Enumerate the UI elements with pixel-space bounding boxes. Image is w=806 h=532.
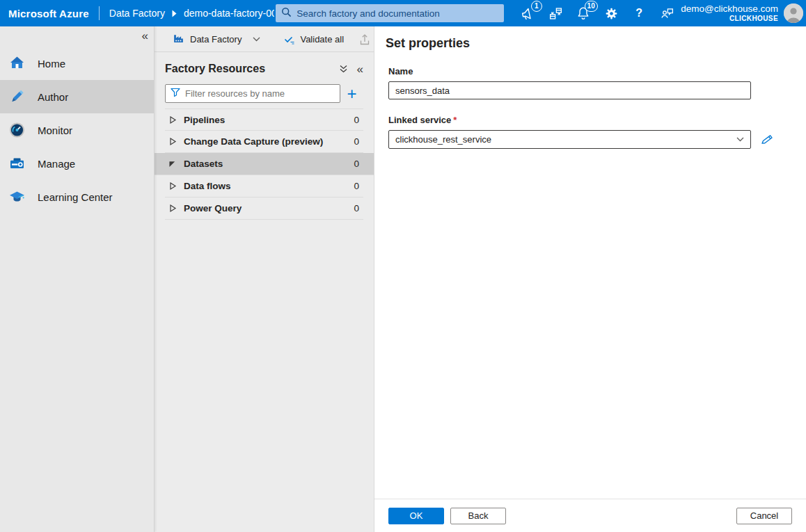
- filter-input[interactable]: [185, 88, 335, 99]
- linked-service-label: Linked service*: [388, 115, 806, 125]
- linked-service-dropdown[interactable]: clickhouse_rest_service: [388, 130, 751, 149]
- tree-item-data-flows[interactable]: Data flows 0: [165, 175, 363, 198]
- gauge-icon: [8, 122, 26, 138]
- notifications-button[interactable]: 10: [574, 4, 593, 23]
- sidebar-item-author[interactable]: Author: [0, 80, 154, 113]
- toolbox-icon: [8, 155, 26, 172]
- tree-item-power-query[interactable]: Power Query 0: [165, 198, 363, 220]
- page-title: Set properties: [386, 36, 806, 51]
- search-input[interactable]: [297, 8, 498, 19]
- azure-brand[interactable]: Microsoft Azure: [8, 8, 89, 19]
- item-count: 0: [354, 181, 359, 191]
- feedback-button[interactable]: [658, 4, 677, 23]
- topbar-divider: [99, 6, 100, 20]
- help-button[interactable]: ?: [630, 4, 649, 23]
- chevron-down-icon: [736, 137, 744, 142]
- filter-resources[interactable]: [165, 84, 340, 103]
- add-resource-button[interactable]: +: [340, 86, 363, 102]
- factory-menu[interactable]: Data Factory: [190, 34, 242, 45]
- notifications-badge: 10: [585, 1, 598, 12]
- panel-title: Factory Resources: [165, 63, 265, 75]
- tree-item-pipelines[interactable]: Pipelines 0: [165, 108, 363, 131]
- dialog-footer: OK Back Cancel: [374, 499, 806, 532]
- whats-new-button[interactable]: 1: [519, 4, 537, 23]
- item-count: 0: [354, 115, 359, 125]
- whats-new-badge: 1: [531, 1, 542, 12]
- account-info[interactable]: demo@clickhouse.com CLICKHOUSE: [681, 3, 778, 23]
- breadcrumb-chevron-icon: [171, 10, 177, 17]
- graduation-cap-icon: [8, 188, 26, 205]
- top-bar: Microsoft Azure Data Factory demo-data-f…: [0, 0, 806, 26]
- sidebar-item-label: Learning Center: [38, 191, 113, 203]
- topbar-actions: 1 10: [514, 4, 681, 23]
- settings-button[interactable]: [602, 4, 621, 23]
- edit-linked-service-icon[interactable]: [761, 133, 774, 146]
- sidebar-item-manage[interactable]: Manage: [0, 147, 154, 180]
- account-email: demo@clickhouse.com: [681, 3, 778, 15]
- resource-tree: Pipelines 0 Change Data Capture (preview…: [155, 108, 374, 220]
- filter-funnel-icon: [171, 88, 180, 100]
- account-tenant: CLICKHOUSE: [681, 15, 778, 23]
- breadcrumb-instance[interactable]: demo-data-factory-00: [184, 8, 274, 19]
- chevron-down-icon[interactable]: [253, 37, 260, 42]
- collapse-panel-icon[interactable]: «: [357, 63, 363, 75]
- sidebar-item-learning-center[interactable]: Learning Center: [0, 180, 154, 213]
- chevron-right-icon[interactable]: [168, 181, 184, 191]
- publish-icon[interactable]: [359, 33, 370, 45]
- avatar[interactable]: [784, 3, 803, 23]
- chevron-right-icon[interactable]: [168, 115, 184, 125]
- pencil-icon: [8, 88, 26, 105]
- home-icon: [8, 55, 26, 72]
- required-marker: *: [453, 115, 457, 125]
- cancel-button[interactable]: Cancel: [736, 508, 792, 524]
- chevron-right-icon[interactable]: [168, 203, 184, 213]
- name-field[interactable]: [388, 81, 751, 99]
- sidebar-item-label: Monitor: [38, 124, 72, 136]
- global-search[interactable]: [276, 4, 504, 22]
- chevron-expanded-icon[interactable]: [168, 159, 184, 168]
- sidebar-item-label: Author: [38, 91, 68, 103]
- tree-item-change-data-capture[interactable]: Change Data Capture (preview) 0: [165, 131, 363, 153]
- factory-icon: [173, 32, 184, 46]
- breadcrumb-app[interactable]: Data Factory: [109, 8, 165, 19]
- resource-explorer: Data Factory Validate all Factory Resour…: [155, 26, 374, 532]
- item-count: 0: [354, 203, 359, 213]
- collapse-all-icon[interactable]: [339, 65, 348, 74]
- sidebar-item-label: Manage: [38, 158, 75, 170]
- validate-all-button[interactable]: Validate all: [284, 34, 344, 45]
- item-count: 0: [354, 136, 359, 147]
- switch-window-button[interactable]: [546, 4, 565, 23]
- back-button[interactable]: Back: [450, 508, 506, 524]
- search-icon: [281, 7, 292, 20]
- collapse-sidebar-icon[interactable]: «: [142, 29, 148, 43]
- ok-button[interactable]: OK: [388, 508, 444, 524]
- linked-service-value: clickhouse_rest_service: [395, 134, 491, 145]
- left-nav: « Home: [0, 26, 155, 532]
- name-label: Name: [388, 66, 806, 76]
- tree-item-datasets[interactable]: Datasets 0: [155, 153, 374, 175]
- panel-toolbar: Data Factory Validate all: [155, 26, 374, 52]
- sidebar-item-monitor[interactable]: Monitor: [0, 113, 154, 147]
- chevron-right-icon[interactable]: [168, 136, 184, 147]
- sidebar-item-label: Home: [38, 58, 65, 70]
- sidebar-item-home[interactable]: Home: [0, 47, 154, 80]
- set-properties-panel: Set properties Name Linked service* clic…: [374, 26, 806, 532]
- item-count: 0: [354, 159, 359, 169]
